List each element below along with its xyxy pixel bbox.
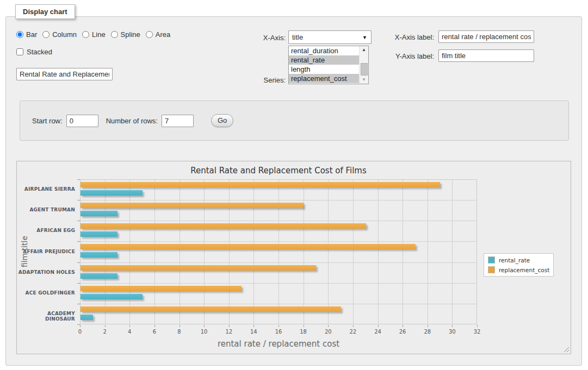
y-axis-tick xyxy=(77,304,80,304)
gridline xyxy=(180,180,180,324)
bar-radio-label: Bar xyxy=(26,30,37,39)
x-axis-selected-value: title xyxy=(292,33,303,41)
x-tick-label: 16 xyxy=(270,329,287,335)
chart-container: Rental Rate and Replacement Cost of Film… xyxy=(16,161,571,354)
x-axis-select[interactable]: title ▼ xyxy=(288,30,372,44)
y-axis-tick xyxy=(77,200,80,200)
resize-handle-icon[interactable] xyxy=(562,346,569,352)
area-radio[interactable] xyxy=(146,31,153,38)
bar-radio[interactable] xyxy=(16,31,23,38)
spline-radio[interactable] xyxy=(111,31,118,38)
x-axis-tick xyxy=(129,325,130,327)
go-button[interactable]: Go xyxy=(211,114,233,127)
legend-entry-replacement_cost: replacement_cost xyxy=(488,266,549,273)
scroll-up-icon[interactable]: ▲ xyxy=(360,46,368,54)
column-radio[interactable] xyxy=(42,31,49,38)
x-axis-tick xyxy=(477,325,478,327)
chart-type-option-column[interactable]: Column xyxy=(42,30,77,39)
category-label: AIRPLANE SIERRA xyxy=(17,186,75,192)
x-axis-tick xyxy=(204,325,205,327)
y-axis-tick xyxy=(77,262,80,263)
x-axis-tick xyxy=(105,325,106,327)
x-tick-label: 6 xyxy=(146,329,163,335)
gridline xyxy=(278,180,279,324)
chart-legend: rental_ratereplacement_cost xyxy=(484,253,554,277)
x-tick-label: 26 xyxy=(394,329,411,335)
series-options: rental_durationrental_ratelengthreplacem… xyxy=(289,46,368,83)
rows-panel: Start row: Number of rows: Go xyxy=(20,101,569,141)
x-axis-tick xyxy=(328,325,329,327)
series-scrollbar[interactable]: ▲ ▼ xyxy=(359,46,368,84)
x-axis-tick xyxy=(180,325,180,327)
x-axis-tick xyxy=(403,325,403,327)
spline-radio-label: Spline xyxy=(121,30,140,39)
y-axis-tick xyxy=(77,241,80,242)
bar-rental_rate xyxy=(81,273,117,279)
chart-type-option-line[interactable]: Line xyxy=(82,30,106,39)
gridline xyxy=(154,180,155,324)
gridline xyxy=(452,180,453,324)
number-of-rows-input[interactable] xyxy=(162,115,194,127)
y-axis-title: film title xyxy=(20,227,29,276)
bar-rental_rate xyxy=(81,190,143,196)
y-axis-label-input[interactable] xyxy=(438,49,534,62)
bar-replacement_cost xyxy=(81,203,304,208)
area-radio-label: Area xyxy=(156,30,170,39)
gridline xyxy=(129,180,130,324)
x-axis-label-input[interactable] xyxy=(438,30,534,43)
x-axis-tick xyxy=(452,325,453,327)
line-radio[interactable] xyxy=(82,31,89,38)
number-of-rows-label: Number of rows: xyxy=(106,117,158,125)
y-axis-tick xyxy=(77,324,80,325)
bar-replacement_cost xyxy=(81,306,341,312)
x-tick-label: 10 xyxy=(196,329,212,335)
x-tick-label: 24 xyxy=(370,329,386,335)
gridline xyxy=(428,180,428,324)
bar-replacement_cost xyxy=(81,223,366,229)
stacked-option[interactable]: Stacked xyxy=(16,48,52,56)
series-option-replacement_cost[interactable]: replacement_cost xyxy=(289,74,359,83)
x-axis-tick xyxy=(353,325,354,327)
bar-rental_rate xyxy=(81,231,117,237)
bar-replacement_cost xyxy=(81,182,440,187)
gridline xyxy=(403,180,403,324)
x-axis-tick xyxy=(278,325,279,327)
start-row-input[interactable] xyxy=(66,115,98,127)
stacked-checkbox[interactable] xyxy=(16,48,23,55)
chart-type-option-bar[interactable]: Bar xyxy=(16,30,37,39)
y-axis-tick xyxy=(77,283,80,284)
series-listbox[interactable]: rental_durationrental_ratelengthreplacem… xyxy=(288,46,369,84)
bar-replacement_cost xyxy=(81,265,316,271)
legend-swatch-rental_rate xyxy=(488,256,495,264)
x-tick-label: 30 xyxy=(444,329,460,335)
chart-type-option-area[interactable]: Area xyxy=(146,30,170,39)
legend-label: replacement_cost xyxy=(499,267,549,273)
series-select-label: Series: xyxy=(234,76,286,84)
category-label: AGENT TRUMAN xyxy=(17,207,75,212)
chart-type-option-spline[interactable]: Spline xyxy=(111,30,140,39)
series-option-rental_duration[interactable]: rental_duration xyxy=(289,46,359,55)
series-option-rental_rate[interactable]: rental_rate xyxy=(289,55,359,65)
x-tick-label: 8 xyxy=(171,329,188,335)
scrollbar-thumb[interactable] xyxy=(361,63,368,76)
gridline xyxy=(253,180,254,324)
stacked-checkbox-label: Stacked xyxy=(27,48,52,56)
bar-rental_rate xyxy=(81,252,117,258)
x-tick-label: 20 xyxy=(320,329,336,335)
x-tick-label: 12 xyxy=(221,329,237,335)
display-chart-legend: Display chart xyxy=(15,4,75,19)
chevron-down-icon: ▼ xyxy=(362,35,367,40)
x-tick-label: 28 xyxy=(419,329,436,335)
x-axis-tick xyxy=(378,325,379,327)
chart-type-radio-group: Bar Column Line Spline Area xyxy=(16,30,176,39)
x-axis-label-caption: X-Axis label: xyxy=(381,33,434,41)
gridline xyxy=(304,180,304,324)
series-option-length[interactable]: length xyxy=(289,65,359,74)
x-tick-label: 22 xyxy=(345,329,361,335)
gridline xyxy=(204,180,205,324)
x-axis-tick xyxy=(80,325,81,327)
scroll-down-icon[interactable]: ▼ xyxy=(360,76,368,84)
x-tick-label: 14 xyxy=(245,329,262,335)
legend-entry-rental_rate: rental_rate xyxy=(488,256,549,264)
chart-title-input[interactable] xyxy=(16,68,113,80)
